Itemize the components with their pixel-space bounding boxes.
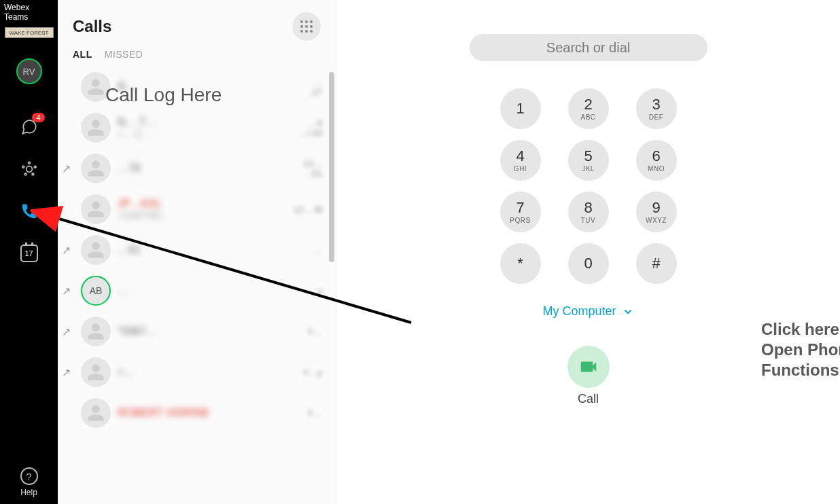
- entry-info: *3367…: [118, 325, 261, 338]
- call-log-entry[interactable]: ↗ +… Y…y: [58, 352, 330, 393]
- call-button[interactable]: [567, 346, 610, 388]
- outgoing-arrow-icon: ↗: [62, 285, 74, 298]
- call-time: …: [268, 245, 322, 255]
- contact-avatar: [81, 398, 111, 428]
- contact-avatar: AB: [81, 276, 111, 306]
- call-time: Y…: [268, 327, 322, 337]
- keypad-key-5[interactable]: 5JKL: [568, 140, 609, 181]
- tab-missed[interactable]: MISSED: [105, 49, 143, 60]
- keypad-key-6[interactable]: 6MNO: [636, 140, 677, 181]
- entry-info: ROBERT VIDRINE: [118, 407, 261, 419]
- calendar-day: 17: [24, 249, 33, 257]
- key-letters: TUV: [581, 217, 596, 224]
- key-digit: 1: [516, 101, 524, 116]
- contact-number: +1347750…: [118, 210, 261, 221]
- key-digit: 7: [516, 200, 524, 215]
- key-digit: #: [652, 256, 660, 271]
- messages-badge: 4: [32, 113, 44, 122]
- contact-name: …61: [118, 244, 261, 256]
- call-time: Y…: [268, 408, 322, 418]
- chevron-down-icon: [622, 306, 634, 318]
- call-log-entry[interactable]: ↗ …76 12……01: [58, 148, 330, 189]
- user-avatar[interactable]: RV: [16, 58, 42, 84]
- call-log: Call Log Here ↗ R… ….17 ↗ N… T… + …2… …4…: [58, 67, 336, 504]
- keypad-key-*[interactable]: *: [500, 243, 541, 284]
- outgoing-arrow-icon: ↗: [62, 244, 74, 257]
- help-section[interactable]: ? Help: [20, 467, 38, 497]
- entry-info: R…: [118, 81, 261, 93]
- app-name: Webex Teams: [0, 0, 58, 24]
- nav-rail: Webex Teams WAKE FOREST RV 4 17 ? Help: [0, 0, 58, 504]
- annotation-text: Click here to Open Phone Functions: [761, 319, 840, 380]
- contact-avatar: [81, 194, 111, 224]
- contact-name: …76: [118, 162, 261, 175]
- svg-point-5: [22, 166, 24, 168]
- search-input[interactable]: Search or dial: [470, 34, 707, 61]
- call-time: …4…/.10: [268, 118, 322, 138]
- contact-name: +…: [118, 366, 261, 378]
- call-log-entry[interactable]: ↗ ROBERT VIDRINE Y…: [58, 393, 330, 433]
- calls-icon[interactable]: [19, 201, 39, 221]
- contact-name: …: [118, 285, 261, 297]
- key-letters: WXYZ: [646, 217, 667, 224]
- keypad-key-2[interactable]: 2ABC: [568, 88, 609, 129]
- help-label: Help: [20, 488, 38, 497]
- call-log-entry[interactable]: ↗ JP…KAL +1347750… 12… M: [58, 189, 330, 230]
- call-log-entry[interactable]: ↗ …61 …: [58, 230, 330, 270]
- contact-name: *3367…: [118, 325, 261, 338]
- key-digit: 9: [652, 200, 660, 215]
- device-label: My Computer: [542, 304, 616, 319]
- contact-avatar: [81, 317, 111, 346]
- key-digit: 0: [584, 256, 592, 271]
- contact-avatar: [81, 113, 111, 143]
- key-digit: 5: [584, 149, 592, 164]
- entry-info: +…: [118, 366, 261, 378]
- dialpad-toggle-button[interactable]: [292, 12, 321, 41]
- entry-info: JP…KAL +1347750…: [118, 198, 261, 221]
- calendar-icon[interactable]: 17: [19, 243, 39, 264]
- scrollbar[interactable]: [329, 72, 334, 262]
- keypad-key-4[interactable]: 4GHI: [500, 140, 541, 181]
- outgoing-arrow-icon: ↗: [62, 325, 74, 338]
- messages-icon[interactable]: 4: [19, 117, 39, 137]
- keypad-key-7[interactable]: 7PQRS: [500, 192, 541, 232]
- contact-number: + …2…: [118, 128, 261, 139]
- keypad-key-#[interactable]: #: [636, 243, 677, 284]
- key-letters: GHI: [514, 165, 527, 173]
- call-time: …y: [268, 286, 322, 296]
- contact-name: ROBERT VIDRINE: [118, 407, 261, 419]
- contact-name: R…: [118, 81, 261, 93]
- panel-title: Calls: [73, 17, 111, 36]
- call-log-entry[interactable]: ↗ AB … …y: [58, 270, 330, 311]
- tab-all[interactable]: ALL: [73, 49, 92, 60]
- contact-avatar: [81, 235, 111, 265]
- svg-point-2: [34, 166, 36, 168]
- svg-point-3: [32, 173, 34, 175]
- outgoing-arrow-icon: ↗: [62, 366, 74, 379]
- keypad-key-1[interactable]: 1: [500, 88, 541, 129]
- keypad-key-8[interactable]: 8TUV: [568, 192, 609, 232]
- dialpad-icon: [300, 20, 313, 33]
- calls-panel: Calls ALL MISSED Call Log Here ↗ R… ….17…: [58, 0, 336, 504]
- svg-point-4: [24, 173, 27, 175]
- key-letters: PQRS: [510, 217, 530, 224]
- key-letters: JKL: [582, 165, 595, 173]
- call-label: Call: [336, 392, 840, 406]
- svg-point-0: [26, 166, 32, 173]
- device-selector[interactable]: My Computer: [336, 304, 840, 319]
- contact-avatar: [81, 357, 111, 387]
- contact-name: N… T…: [118, 116, 261, 128]
- dialer-panel: Search or dial 12ABC3DEF4GHI5JKL6MNO7PQR…: [336, 0, 840, 504]
- keypad-key-0[interactable]: 0: [568, 243, 609, 284]
- call-log-entry[interactable]: ↗ *3367… Y…: [58, 311, 330, 352]
- key-letters: MNO: [648, 165, 665, 173]
- key-digit: *: [517, 256, 523, 271]
- keypad-key-3[interactable]: 3DEF: [636, 88, 677, 129]
- call-time: 12……01: [268, 158, 322, 179]
- keypad-key-9[interactable]: 9WXYZ: [636, 192, 677, 232]
- entry-info: …61: [118, 244, 261, 256]
- teams-icon[interactable]: [19, 159, 39, 179]
- call-log-entry[interactable]: ↗ N… T… + …2… …4…/.10: [58, 107, 330, 148]
- contact-avatar: [81, 154, 111, 183]
- call-time: Y…y: [268, 367, 322, 378]
